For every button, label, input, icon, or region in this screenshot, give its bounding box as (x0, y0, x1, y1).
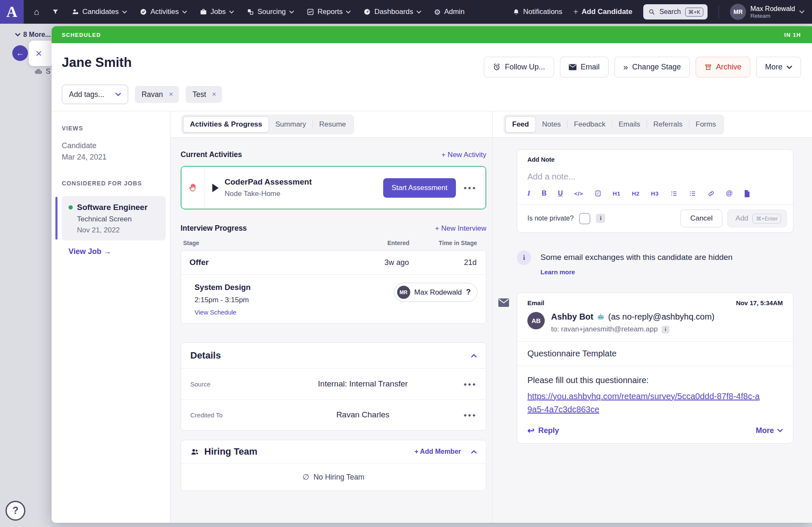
interviewer-pill[interactable]: MR Max Rodewald ? (394, 283, 477, 302)
collapse-details-icon[interactable] (471, 354, 477, 358)
expand-activity-icon[interactable] (212, 184, 219, 192)
italic-icon[interactable]: I (527, 189, 530, 198)
info-icon[interactable]: i (596, 214, 605, 223)
email-type-label: Email (527, 299, 544, 306)
code-block-icon[interactable] (595, 190, 601, 197)
collapse-hiring-team-icon[interactable] (471, 450, 477, 454)
interviewer-avatar: MR (397, 286, 410, 299)
chevron-down-icon (15, 33, 20, 36)
follow-up-button[interactable]: Follow Up... (484, 57, 554, 77)
info-circle-icon: i (517, 251, 531, 265)
nav-label: Activities (151, 8, 179, 16)
nav-jobs[interactable]: Jobs (200, 8, 234, 16)
double-chevron-icon: » (623, 62, 628, 72)
remove-tag-icon[interactable]: × (212, 90, 216, 99)
empty-label: No Hiring Team (313, 473, 364, 482)
bullet-list-icon[interactable] (689, 190, 696, 197)
chevron-down-icon (346, 11, 351, 14)
sender-avatar: AB (527, 312, 545, 329)
new-activity-link[interactable]: + New Activity (442, 151, 486, 159)
heading1-icon[interactable]: H1 (613, 190, 620, 197)
tab-resume[interactable]: Resume (313, 117, 352, 132)
start-assessment-button[interactable]: Start Assessment (383, 178, 456, 198)
app-logo[interactable]: A (0, 0, 24, 24)
email-label: Email (581, 63, 600, 72)
tab-summary[interactable]: Summary (269, 117, 313, 132)
add-tags-dropdown[interactable]: Add tags... (62, 85, 128, 104)
private-note-checkbox[interactable] (579, 213, 590, 224)
archive-button[interactable]: Archive (696, 57, 750, 77)
job-card[interactable]: Software Engineer Technical Screen Nov 2… (62, 196, 166, 240)
add-candidate-button[interactable]: + Add Candidate (573, 7, 633, 17)
bold-icon[interactable]: B (542, 190, 547, 197)
tab-emails[interactable]: Emails (612, 117, 647, 132)
tab-feed[interactable]: Feed (505, 116, 536, 132)
tab-forms[interactable]: Forms (689, 117, 722, 132)
email-button[interactable]: Email (560, 57, 609, 77)
notifications-button[interactable]: Notifications (513, 8, 562, 16)
feed-column: Feed Notes Feedback Emails Referrals For… (493, 111, 812, 523)
help-button[interactable]: ? (5, 501, 25, 521)
heading2-icon[interactable]: H2 (632, 190, 639, 197)
back-button[interactable]: ← (12, 45, 28, 61)
rsvp-unknown-icon: ? (466, 288, 471, 297)
search-placeholder-text: Search (659, 8, 681, 16)
tab-referrals[interactable]: Referrals (647, 117, 689, 132)
detail-more-menu-icon[interactable]: ●●● (464, 412, 477, 418)
view-schedule-link[interactable]: View Schedule (195, 309, 251, 316)
cancel-note-button[interactable]: Cancel (680, 210, 722, 227)
active-status-dot (69, 205, 73, 210)
underline-icon[interactable]: U (558, 190, 563, 197)
search-input[interactable]: Search ⌘+K (643, 4, 708, 19)
activities-column: Activities & Progress Summary Resume Cur… (170, 111, 493, 523)
ordered-list-icon[interactable] (670, 190, 678, 197)
nav-candidates[interactable]: Candidates (71, 8, 127, 16)
email-more-button[interactable]: More (756, 426, 783, 435)
info-icon[interactable]: i (661, 326, 669, 334)
envelope-icon (569, 64, 576, 70)
candidate-sidebar: VIEWS Candidate Mar 24, 2021 CONSIDERED … (52, 111, 170, 523)
change-stage-button[interactable]: » Change Stage (614, 57, 690, 77)
add-member-link[interactable]: + Add Member (414, 448, 461, 455)
reply-button[interactable]: ↩ Reply (527, 425, 559, 436)
tab-activities-progress[interactable]: Activities & Progress (183, 116, 269, 132)
inline-code-icon[interactable]: </> (574, 190, 583, 197)
home-icon[interactable]: ⌂ (34, 7, 39, 17)
questionnaire-link[interactable]: https://you.ashbyhq.com/reteam/survey/5c… (527, 390, 764, 416)
detail-more-menu-icon[interactable]: ●●● (464, 381, 477, 387)
stage-time: 21d (409, 258, 477, 267)
heading3-icon[interactable]: H3 (651, 190, 658, 197)
add-note-button[interactable]: Add ⌘+Enter (727, 210, 787, 227)
nav-reports[interactable]: Reports (307, 8, 351, 16)
more-button[interactable]: More (756, 57, 801, 77)
nav-sourcing[interactable]: Sourcing (247, 8, 294, 16)
attach-file-icon[interactable] (744, 190, 750, 197)
view-job-link[interactable]: View Job → (69, 247, 166, 256)
detail-value: Internal: Internal Transfer (262, 379, 464, 389)
link-icon[interactable] (708, 190, 715, 197)
briefcase-icon (200, 8, 207, 16)
tag-label: Ravan (142, 90, 163, 99)
new-interview-link[interactable]: + New Interview (435, 224, 486, 233)
activity-more-menu-icon[interactable]: ●●● (464, 185, 477, 191)
interviewer-name: Max Rodewald (414, 288, 462, 297)
learn-more-link[interactable]: Learn more (540, 268, 732, 276)
tab-feedback[interactable]: Feedback (568, 117, 612, 132)
gauge-icon (363, 8, 371, 16)
tab-notes[interactable]: Notes (536, 117, 567, 132)
chevron-down-icon (799, 10, 804, 14)
user-menu[interactable]: MR Max Rodewald Reteam (730, 4, 804, 20)
hidden-emails-notice: i Some email exchanges with this candida… (517, 251, 793, 276)
nav-activities[interactable]: Activities (140, 8, 187, 16)
nav-dashboards[interactable]: Dashboards (363, 8, 421, 16)
column-time-in-stage: Time in Stage (409, 240, 477, 246)
more-saved-views[interactable]: 8 More... (15, 31, 51, 39)
chevron-down-icon (229, 11, 234, 14)
note-input[interactable]: Add a note... (517, 163, 793, 189)
nav-admin[interactable]: ⚙ Admin (434, 8, 464, 17)
chevron-down-icon (417, 11, 421, 14)
remove-tag-icon[interactable]: × (169, 90, 173, 99)
close-drawer-button[interactable]: × (29, 41, 55, 66)
mention-icon[interactable]: @ (726, 190, 733, 197)
filter-icon[interactable] (52, 8, 59, 15)
